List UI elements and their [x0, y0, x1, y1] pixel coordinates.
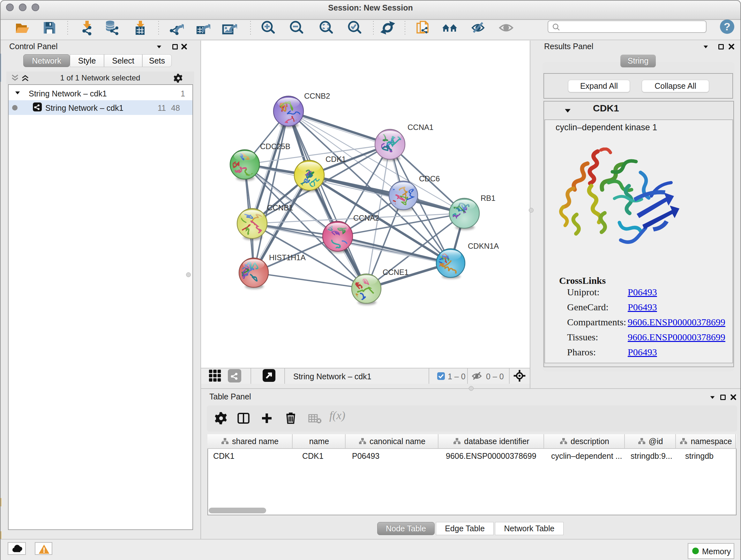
svg-text:HIST1H1A: HIST1H1A	[269, 253, 306, 262]
svg-text:CCNA2: CCNA2	[353, 213, 379, 222]
svg-text:CCNB1: CCNB1	[267, 203, 293, 212]
svg-text:CCNE1: CCNE1	[383, 268, 408, 276]
svg-text:CDC6: CDC6	[419, 174, 440, 183]
svg-text:CDC25B: CDC25B	[260, 142, 290, 151]
svg-text:CDK1: CDK1	[326, 155, 346, 164]
svg-text:CCNB2: CCNB2	[304, 91, 330, 100]
svg-text:CCNA1: CCNA1	[408, 123, 433, 132]
svg-text:CDKN1A: CDKN1A	[468, 242, 499, 250]
svg-text:RB1: RB1	[481, 194, 495, 202]
